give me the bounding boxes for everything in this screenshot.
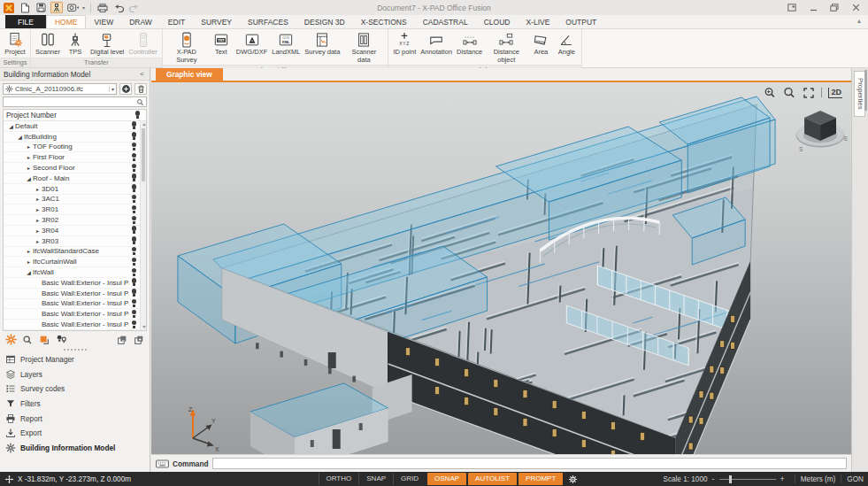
2d-view-button[interactable]: 2D <box>828 88 842 98</box>
window-options-icon[interactable] <box>787 3 797 12</box>
zoom-previous-icon[interactable] <box>763 86 776 99</box>
status-toggle[interactable]: PROMPT <box>518 473 563 485</box>
new-document-icon[interactable] <box>19 2 31 13</box>
expander-icon[interactable]: ▸ <box>34 238 42 244</box>
tree-search-input[interactable] <box>4 97 136 106</box>
command-input[interactable] <box>212 458 847 469</box>
scale-slider[interactable] <box>719 475 776 483</box>
ribbon-button[interactable]: Area <box>528 30 553 58</box>
visibility-bulb-icon[interactable] <box>134 111 141 120</box>
menu-tab[interactable]: OUTPUT <box>557 15 604 28</box>
expander-icon[interactable]: ▸ <box>25 258 33 265</box>
units-selector[interactable]: Meters (m) <box>801 475 836 483</box>
tree-item[interactable]: ◢ IfcWall <box>4 267 140 278</box>
expander-icon[interactable]: ▸ <box>34 196 42 202</box>
tree-header-row[interactable]: Project Number <box>4 110 146 121</box>
menu-tab[interactable]: CLOUD <box>476 15 518 28</box>
status-toggle[interactable]: SNAP <box>358 473 393 485</box>
delete-ifc-button[interactable] <box>134 83 147 95</box>
expander-icon[interactable]: ◢ <box>25 175 33 181</box>
visibility-bulb-icon[interactable] <box>131 226 137 235</box>
ribbon-button[interactable]: Digital level <box>88 30 126 58</box>
sidebar-panel-item[interactable]: Survey codes <box>0 382 150 397</box>
undo-icon[interactable] <box>112 2 125 13</box>
sidebar-panel-item[interactable]: Export <box>0 426 150 441</box>
menu-tab[interactable]: EDIT <box>160 15 193 28</box>
visibility-bulb-icon[interactable] <box>131 164 137 173</box>
minimize-icon[interactable] <box>808 3 818 12</box>
expander-icon[interactable]: ◢ <box>16 134 24 140</box>
field-recorder-icon[interactable] <box>66 2 79 13</box>
menu-tab[interactable]: FILE <box>5 15 46 28</box>
ifc-file-select[interactable]: Clinic_A_20110906.ifc ▾ <box>3 83 117 95</box>
tree-item[interactable]: ▸ 3R03 <box>4 236 140 247</box>
visibility-bulb-icon[interactable] <box>131 174 137 182</box>
status-toggle[interactable]: AUTOLIST <box>468 473 517 485</box>
expander-icon[interactable]: ▸ <box>25 143 33 150</box>
ribbon-button[interactable]: Survey data <box>303 30 342 58</box>
view-cube[interactable]: S E <box>796 111 849 152</box>
ribbon-button[interactable]: Angle <box>554 30 579 58</box>
scale-zoom-in[interactable]: + <box>776 474 789 483</box>
tree-item[interactable]: ▸ 3R04 <box>4 226 140 236</box>
zoom-extents-icon[interactable] <box>802 86 815 99</box>
plotter-icon[interactable] <box>96 2 109 13</box>
tree-item[interactable]: ◢ IfcBuilding <box>4 132 140 143</box>
add-ifc-button[interactable] <box>119 83 132 95</box>
highlight-selection-icon[interactable] <box>4 334 17 346</box>
visibility-bulb-icon[interactable] <box>131 121 137 130</box>
save-icon[interactable] <box>35 2 47 13</box>
bim-3d-model[interactable]: S E Z Y X <box>151 82 851 454</box>
visibility-bulb-icon[interactable] <box>131 258 137 266</box>
graphic-view-tab[interactable]: Graphic view <box>156 68 223 81</box>
ribbon-collapse-button[interactable]: ▴ <box>857 17 861 25</box>
menu-tab[interactable]: VIEW <box>86 15 121 28</box>
visibility-bulb-icon[interactable] <box>131 195 137 204</box>
visibility-bulb-icon[interactable] <box>131 320 137 329</box>
menu-tab[interactable]: X-LIVE <box>518 15 557 28</box>
ribbon-button[interactable]: Project <box>3 30 27 58</box>
sidebar-collapse-icon[interactable]: < <box>138 70 146 78</box>
menu-tab[interactable]: DESIGN 3D <box>296 15 353 28</box>
visibility-bulb-icon[interactable] <box>131 143 137 151</box>
tree-item[interactable]: Basic Wall:Exterior - Insul Panel on... <box>4 299 140 310</box>
tree-item[interactable]: Basic Wall:Exterior - Insul Panel on... <box>4 278 140 289</box>
close-icon[interactable] <box>850 3 861 12</box>
visibility-bulb-icon[interactable] <box>131 132 137 141</box>
expander-icon[interactable]: ▸ <box>34 186 42 192</box>
sidebar-panel-item[interactable]: Building Information Model <box>0 441 150 456</box>
ribbon-button[interactable]: ID point <box>391 30 418 58</box>
expander-icon[interactable]: ◢ <box>7 123 15 129</box>
visibility-bulb-icon[interactable] <box>131 289 137 297</box>
ribbon-button[interactable]: DWG/DXF <box>234 30 269 58</box>
dropdown-caret-icon[interactable]: ▾ <box>109 86 114 92</box>
zoom-selection-icon[interactable] <box>21 334 34 346</box>
expander-icon[interactable]: ◢ <box>25 269 33 275</box>
collapse-all-icon[interactable] <box>116 334 128 346</box>
redo-icon[interactable] <box>128 2 141 13</box>
expander-icon[interactable]: ▸ <box>25 154 33 160</box>
expander-icon[interactable]: ▸ <box>34 206 42 212</box>
ribbon-button[interactable]: Scanner <box>34 30 62 58</box>
ribbon-button[interactable]: TPS <box>63 30 88 58</box>
visibility-bulb-icon[interactable] <box>131 236 137 245</box>
station-setup-icon[interactable] <box>50 2 63 13</box>
expand-all-icon[interactable] <box>133 334 145 346</box>
sidebar-panel-item[interactable]: Report <box>0 411 150 426</box>
ribbon-button[interactable]: X-PAD Survey <box>165 30 208 65</box>
tree-item[interactable]: ▸ 3R02 <box>4 215 140 226</box>
graphic-viewport[interactable]: S E Z Y X <box>151 82 851 454</box>
menu-tab[interactable]: SURVEY <box>193 15 240 28</box>
visibility-bulb-icon[interactable] <box>131 153 137 162</box>
tree-item[interactable]: ▸ First Floor <box>4 152 140 163</box>
scale-zoom-out[interactable]: - <box>708 474 719 483</box>
scale-slider-thumb[interactable] <box>729 475 732 483</box>
visibility-bulb-icon[interactable] <box>131 216 137 225</box>
ribbon-button[interactable]: LandXML <box>270 30 302 58</box>
scrollbar-thumb[interactable] <box>142 128 145 181</box>
tree-item[interactable]: ▸ Second Floor <box>4 163 140 174</box>
visibility-bulb-icon[interactable] <box>131 299 137 308</box>
visibility-bulb-icon[interactable] <box>131 278 137 287</box>
menu-tab[interactable]: CADASTRAL <box>415 15 476 28</box>
settings-gear-icon[interactable] <box>568 474 578 484</box>
